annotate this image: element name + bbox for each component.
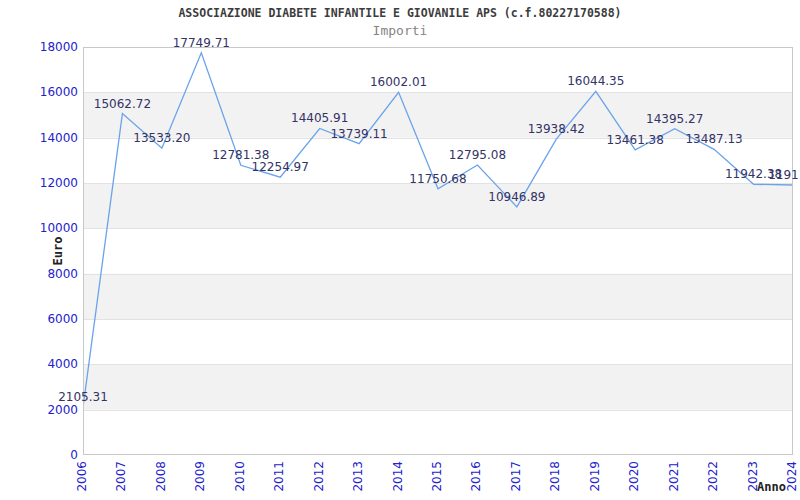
- y-tick-label: 12000: [0, 175, 78, 191]
- x-axis-title: Anno: [757, 480, 786, 494]
- data-point-label: 13739.11: [330, 127, 387, 141]
- x-tick-label: 2010: [233, 461, 247, 492]
- x-tick-label: 2013: [351, 461, 365, 492]
- data-point-label: 2105.31: [58, 390, 108, 404]
- x-tick-label: 2008: [154, 461, 168, 492]
- x-tick-label: 2017: [509, 461, 523, 492]
- x-tick-label: 2007: [114, 461, 128, 492]
- data-point-label: 13487.13: [685, 132, 742, 146]
- data-point-label: 13533.20: [133, 131, 190, 145]
- data-point-label: 16002.01: [370, 75, 427, 89]
- x-tick-label: 2021: [667, 461, 681, 492]
- y-axis-title: Euro: [51, 237, 65, 266]
- data-point-label: 10946.89: [488, 190, 545, 204]
- x-tick-label: 2020: [627, 461, 641, 492]
- x-tick-label: 2015: [430, 461, 444, 492]
- data-point-label: 16044.35: [567, 74, 624, 88]
- data-point-label: 15062.72: [94, 97, 151, 111]
- data-point-label: 14395.27: [646, 112, 703, 126]
- x-tick-label: 2014: [391, 461, 405, 492]
- data-point-label: 12795.08: [449, 148, 506, 162]
- plot-area: [83, 47, 793, 455]
- data-point-label: 11750.68: [409, 172, 466, 186]
- x-tick-label: 2019: [588, 461, 602, 492]
- y-tick-label: 14000: [0, 130, 78, 146]
- x-tick-label: 2006: [75, 461, 89, 492]
- x-tick-label: 2024: [785, 461, 799, 492]
- y-tick-label: 6000: [0, 311, 78, 327]
- data-point-label: 17749.71: [173, 36, 230, 50]
- x-tick-label: 2012: [312, 461, 326, 492]
- chart-title: ASSOCIAZIONE DIABETE INFANTILE E GIOVANI…: [0, 6, 800, 20]
- chart-canvas: ASSOCIAZIONE DIABETE INFANTILE E GIOVANI…: [0, 0, 800, 500]
- plot-band: [83, 364, 793, 409]
- x-tick-label: 2009: [193, 461, 207, 492]
- x-tick-label: 2016: [469, 461, 483, 492]
- y-tick-label: 8000: [0, 266, 78, 282]
- y-tick-label: 0: [0, 447, 78, 463]
- y-tick-label: 16000: [0, 84, 78, 100]
- x-tick-label: 2018: [548, 461, 562, 492]
- plot-band: [83, 274, 793, 319]
- data-point-label: 13938.42: [528, 122, 585, 136]
- chart-subtitle: Importi: [0, 23, 800, 38]
- data-point-label: 13461.38: [607, 133, 664, 147]
- y-tick-label: 18000: [0, 39, 78, 55]
- data-point-label: 12254.97: [252, 160, 309, 174]
- data-point-label: 14405.91: [291, 111, 348, 125]
- y-tick-label: 4000: [0, 356, 78, 372]
- x-tick-label: 2023: [746, 461, 760, 492]
- x-tick-label: 2022: [706, 461, 720, 492]
- y-tick-label: 10000: [0, 220, 78, 236]
- plot-band: [83, 183, 793, 228]
- x-tick-label: 2011: [272, 461, 286, 492]
- data-point-label: 11911.0: [768, 168, 800, 182]
